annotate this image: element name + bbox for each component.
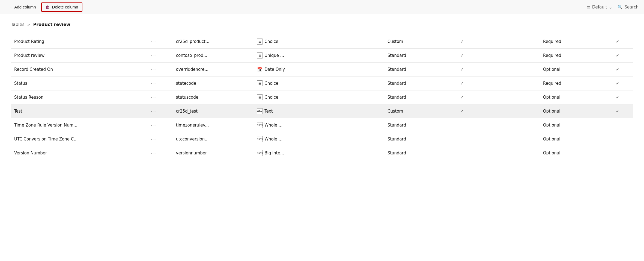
column-type: ≡ Choice — [254, 90, 384, 104]
type-icon: ≡ — [257, 80, 263, 86]
search-label: Search — [624, 5, 639, 10]
check1 — [446, 118, 478, 132]
logical-name: statuscode — [173, 90, 254, 104]
delete-column-label: Delete column — [52, 5, 78, 9]
column-name: UTC Conversion Time Zone C... — [11, 132, 148, 146]
table-row[interactable]: Time Zone Rule Version Num... ··· timezo… — [11, 118, 633, 132]
required-label: Optional — [540, 132, 602, 146]
logical-name: contoso_prod... — [173, 49, 254, 63]
search-button[interactable]: 🔍 Search — [618, 5, 639, 10]
source-label: Standard — [384, 90, 446, 104]
add-column-button[interactable]: + Add column — [5, 3, 40, 11]
ellipsis-icon[interactable]: ··· — [151, 108, 157, 114]
column-type: ≡ Choice — [254, 77, 384, 90]
type-icon: 📅 — [257, 66, 263, 72]
type-label: Unique ... — [264, 53, 284, 58]
column-type: 123 Big Inte... — [254, 146, 384, 160]
breadcrumb-tables-link[interactable]: Tables — [11, 22, 25, 27]
ellipsis-icon[interactable]: ··· — [151, 136, 157, 142]
type-icon: Abc — [257, 108, 263, 114]
row-menu-dots[interactable]: ··· — [148, 35, 173, 49]
checkmark-icon-2: ✓ — [616, 53, 619, 58]
default-view-button[interactable]: ≡ Default ⌄ — [586, 4, 612, 10]
ellipsis-icon[interactable]: ··· — [151, 150, 157, 156]
type-label: Choice — [264, 81, 278, 86]
column-name: Product review — [11, 49, 148, 63]
toolbar: + Add column 🗑 Delete column ≡ Default ⌄… — [0, 0, 644, 14]
table-row[interactable]: UTC Conversion Time Zone C... ··· utccon… — [11, 132, 633, 146]
row-menu-dots[interactable]: ··· — [148, 90, 173, 104]
breadcrumb-current: Product review — [33, 22, 70, 27]
check1: ✓ — [446, 35, 478, 49]
ellipsis-icon[interactable]: ··· — [151, 39, 157, 45]
column-type: 📅 Date Only — [254, 63, 384, 77]
check2 — [602, 146, 633, 160]
table-row[interactable]: Status Reason ··· statuscode ≡ Choice St… — [11, 90, 633, 104]
check2: ✓ — [602, 63, 633, 77]
source-label: Custom — [384, 35, 446, 49]
column-name: Status Reason — [11, 90, 148, 104]
required-label: Optional — [540, 63, 602, 77]
logical-name: utcconversion... — [173, 132, 254, 146]
add-icon: + — [10, 5, 12, 10]
table-row[interactable]: Test ··· cr25d_test Abc Text Custom ✓ Op… — [11, 104, 633, 118]
row-menu-dots[interactable]: ··· — [148, 77, 173, 90]
check2: ✓ — [602, 35, 633, 49]
type-icon: 123 — [257, 122, 263, 128]
checkmark-icon-2: ✓ — [616, 81, 619, 86]
source-label: Standard — [384, 146, 446, 160]
spacer — [478, 90, 540, 104]
logical-name: overriddencre... — [173, 63, 254, 77]
check2 — [602, 132, 633, 146]
checkmark-icon-2: ✓ — [616, 95, 619, 100]
spacer — [478, 118, 540, 132]
checkmark-icon: ✓ — [460, 95, 464, 100]
column-name: Record Created On — [11, 63, 148, 77]
search-icon: 🔍 — [618, 5, 623, 10]
check1 — [446, 132, 478, 146]
row-menu-dots[interactable]: ··· — [148, 146, 173, 160]
type-icon: ⊟ — [257, 52, 263, 58]
row-menu-dots[interactable]: ··· — [148, 49, 173, 63]
row-menu-dots[interactable]: ··· — [148, 63, 173, 77]
check1: ✓ — [446, 90, 478, 104]
ellipsis-icon[interactable]: ··· — [151, 53, 157, 58]
spacer — [478, 132, 540, 146]
check2: ✓ — [602, 104, 633, 118]
table-row[interactable]: Product Rating ··· cr25d_product... ≡ Ch… — [11, 35, 633, 49]
logical-name: cr25d_test — [173, 104, 254, 118]
column-type: Abc Text — [254, 104, 384, 118]
check2: ✓ — [602, 77, 633, 90]
logical-name: statecode — [173, 77, 254, 90]
check2: ✓ — [602, 49, 633, 63]
delete-icon: 🗑 — [46, 5, 50, 10]
type-label: Big Inte... — [264, 151, 284, 156]
check1: ✓ — [446, 63, 478, 77]
type-icon: ≡ — [257, 94, 263, 100]
ellipsis-icon[interactable]: ··· — [151, 122, 157, 128]
checkmark-icon: ✓ — [460, 109, 464, 114]
type-label: Whole ... — [264, 137, 282, 142]
spacer — [478, 77, 540, 90]
table-row[interactable]: Record Created On ··· overriddencre... 📅… — [11, 63, 633, 77]
checkmark-icon: ✓ — [460, 81, 464, 86]
table-row[interactable]: Status ··· statecode ≡ Choice Standard ✓… — [11, 77, 633, 90]
required-label: Optional — [540, 146, 602, 160]
required-label: Required — [540, 35, 602, 49]
required-label: Required — [540, 49, 602, 63]
row-menu-dots[interactable]: ··· — [148, 104, 173, 118]
delete-column-button[interactable]: 🗑 Delete column — [41, 2, 83, 12]
row-menu-dots[interactable]: ··· — [148, 132, 173, 146]
spacer — [478, 146, 540, 160]
ellipsis-icon[interactable]: ··· — [151, 95, 157, 100]
table-row[interactable]: Product review ··· contoso_prod... ⊟ Uni… — [11, 49, 633, 63]
spacer — [478, 63, 540, 77]
ellipsis-icon[interactable]: ··· — [151, 81, 157, 86]
breadcrumb: Tables > Product review — [11, 22, 633, 27]
ellipsis-icon[interactable]: ··· — [151, 67, 157, 72]
row-menu-dots[interactable]: ··· — [148, 118, 173, 132]
column-name: Status — [11, 77, 148, 90]
checkmark-icon: ✓ — [460, 39, 464, 44]
column-name: Product Rating — [11, 35, 148, 49]
table-row[interactable]: Version Number ··· versionnumber 123 Big… — [11, 146, 633, 160]
